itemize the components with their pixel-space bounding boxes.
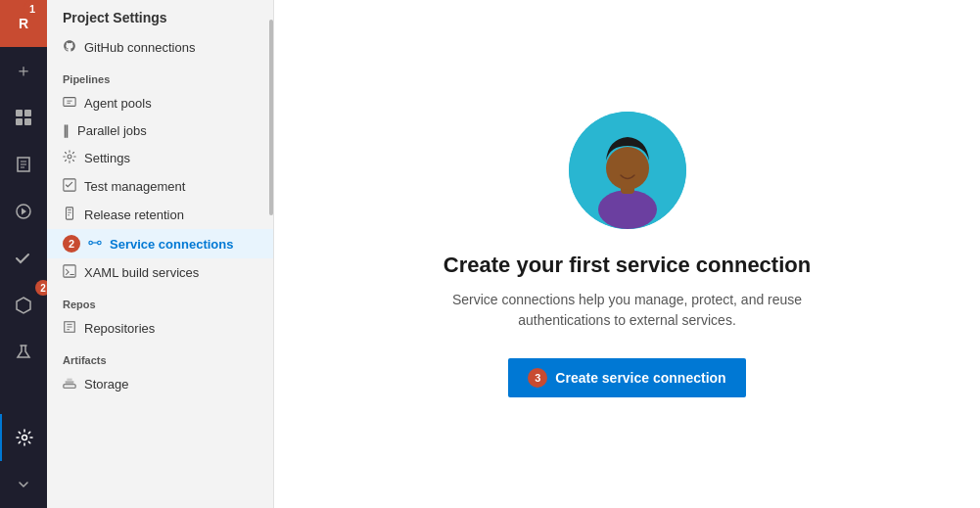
create-btn-label: Create service connection: [555, 370, 725, 386]
release-retention-icon: [63, 207, 76, 223]
svg-rect-13: [64, 385, 75, 389]
artifacts-icon[interactable]: 2: [0, 282, 47, 329]
sidebar-item-storage[interactable]: Storage: [47, 370, 273, 398]
test-management-label: Test management: [84, 179, 185, 194]
test-management-icon: [63, 178, 76, 195]
svg-rect-1: [24, 110, 31, 116]
step2-sidebar-badge: 2: [63, 235, 80, 253]
sidebar-header: Project Settings: [47, 0, 273, 33]
artifacts-section-label: Artifacts: [47, 343, 273, 370]
storage-label: Storage: [84, 377, 129, 392]
sidebar: Project Settings GitHub connections Pipe…: [47, 0, 274, 508]
flask-icon[interactable]: [0, 329, 47, 376]
svg-point-17: [598, 190, 657, 229]
svg-rect-2: [16, 118, 23, 125]
settings-label: Settings: [84, 151, 130, 165]
boards-icon[interactable]: [0, 94, 47, 141]
hero-description: Service connections help you manage, pro…: [422, 290, 833, 331]
expand-rail-icon[interactable]: [0, 461, 47, 508]
storage-icon: [63, 376, 76, 393]
agent-pools-label: Agent pools: [84, 96, 152, 111]
svg-rect-15: [67, 379, 71, 381]
xaml-build-icon: [63, 264, 76, 281]
settings-rail-icon[interactable]: [0, 414, 47, 461]
svg-point-10: [89, 241, 93, 245]
parallel-jobs-label: Parallel jobs: [77, 123, 147, 138]
github-connections-label: GitHub connections: [84, 40, 195, 55]
svg-rect-14: [66, 381, 74, 384]
repos-section-label: Repos: [47, 287, 273, 314]
agent-pools-icon: [63, 95, 76, 112]
step3-badge: 3: [528, 368, 547, 388]
icon-rail: R 1 ＋: [0, 0, 47, 508]
pipelines-icon[interactable]: [0, 188, 47, 235]
testplans-icon[interactable]: [0, 235, 47, 282]
svg-rect-9: [67, 208, 73, 219]
hero-avatar: [569, 112, 686, 229]
svg-rect-3: [24, 118, 31, 125]
svg-point-5: [23, 436, 27, 440]
parallel-jobs-icon: ∥: [63, 123, 70, 138]
xaml-build-label: XAML build services: [84, 265, 199, 280]
release-retention-label: Release retention: [84, 208, 184, 222]
sidebar-item-test-management[interactable]: Test management: [47, 172, 273, 201]
svg-rect-6: [64, 98, 75, 107]
sidebar-item-service-connections[interactable]: 2 Service connections: [47, 229, 273, 258]
hero-title: Create your first service connection: [443, 253, 811, 278]
svg-point-11: [98, 241, 102, 245]
service-connections-label: Service connections: [110, 237, 233, 252]
sidebar-item-repositories[interactable]: Repositories: [47, 314, 273, 343]
repos-icon[interactable]: [0, 141, 47, 188]
svg-rect-0: [16, 110, 23, 116]
svg-point-19: [606, 147, 649, 190]
main-content: Create your first service connection Ser…: [274, 0, 980, 508]
svg-rect-12: [64, 265, 75, 277]
sidebar-item-settings[interactable]: Settings: [47, 144, 273, 172]
repositories-label: Repositories: [84, 321, 155, 336]
create-service-connection-button[interactable]: 3 Create service connection: [508, 358, 745, 397]
github-icon: [63, 39, 76, 56]
step1-badge: 1: [23, 0, 41, 18]
sidebar-item-xaml-build[interactable]: XAML build services: [47, 258, 273, 287]
plus-icon[interactable]: ＋: [0, 47, 47, 94]
repositories-icon: [63, 320, 76, 337]
sidebar-item-parallel-jobs[interactable]: ∥ Parallel jobs: [47, 117, 273, 144]
pipelines-section-label: Pipelines: [47, 62, 273, 89]
settings-icon: [63, 150, 76, 166]
svg-point-7: [68, 155, 71, 159]
sidebar-item-agent-pools[interactable]: Agent pools: [47, 89, 273, 117]
sidebar-item-github[interactable]: GitHub connections: [47, 33, 273, 62]
sidebar-item-release-retention[interactable]: Release retention: [47, 201, 273, 229]
service-connections-icon: [88, 236, 102, 253]
